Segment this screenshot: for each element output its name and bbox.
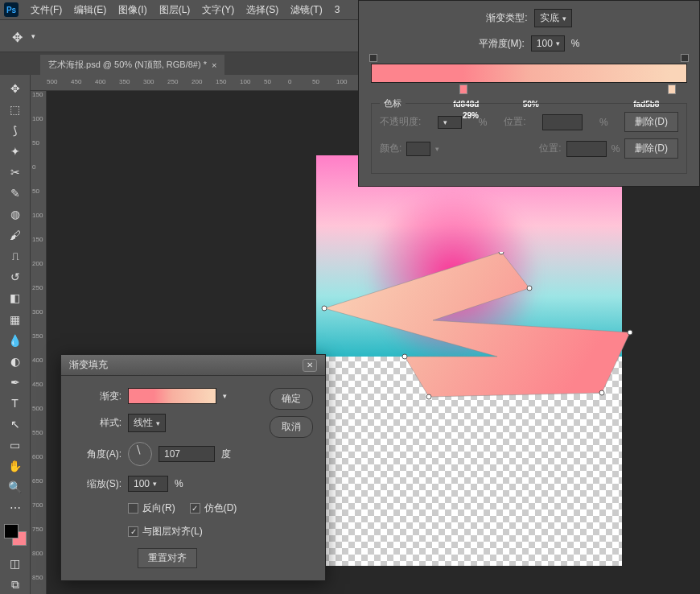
shape-tool-icon[interactable]: ▭: [6, 436, 25, 455]
delete-color-button[interactable]: 删除(D): [624, 138, 678, 159]
color-stop-2[interactable]: [668, 85, 676, 94]
gradient-label: 渐变:: [73, 390, 121, 403]
menu-select[interactable]: 选择(S): [246, 3, 278, 17]
eraser-tool-icon[interactable]: ◧: [6, 289, 25, 307]
gradient-type-label: 渐变类型:: [486, 11, 527, 25]
tab-title: 艺术海报.psd @ 50% (N顶部, RGB/8#) *: [48, 59, 207, 71]
hand-tool-icon[interactable]: ✋: [6, 457, 25, 476]
fg-color-swatch[interactable]: [4, 524, 19, 538]
style-dropdown[interactable]: 线性: [128, 414, 166, 432]
position-label: 位置:: [504, 115, 525, 129]
svg-point-4: [628, 330, 632, 335]
svg-point-1: [322, 306, 327, 311]
cancel-button[interactable]: 取消: [270, 416, 313, 438]
menu-more[interactable]: 3: [335, 4, 340, 15]
dropdown-icon[interactable]: ▾: [223, 392, 227, 400]
section-title: 色标: [380, 97, 406, 109]
angle-label: 角度(A):: [73, 448, 121, 461]
dropdown-icon[interactable]: ▾: [31, 32, 35, 40]
menu-image[interactable]: 图像(I): [118, 3, 146, 17]
gradient-preview[interactable]: [128, 388, 216, 404]
opacity-unit: %: [479, 117, 488, 128]
dialog-titlebar[interactable]: 渐变填充 ✕: [61, 355, 325, 376]
lasso-tool-icon[interactable]: ⟆: [6, 121, 25, 139]
scale-label: 缩放(S):: [73, 477, 121, 491]
gradient-bar[interactable]: fd848d 29% 50% fad5b8 95%: [371, 64, 687, 83]
move-tool-icon[interactable]: ✥: [6, 79, 25, 97]
dither-checkbox[interactable]: 仿色(D): [190, 501, 237, 515]
smoothness-unit: %: [571, 38, 580, 49]
position-label-2: 位置:: [539, 142, 561, 155]
color-swatch[interactable]: [406, 142, 430, 156]
style-label: 样式:: [73, 416, 121, 430]
blur-tool-icon[interactable]: 💧: [6, 331, 25, 349]
crop-tool-icon[interactable]: ✂: [6, 163, 25, 181]
type-tool-icon[interactable]: T: [6, 394, 25, 412]
document-tab[interactable]: 艺术海报.psd @ 50% (N顶部, RGB/8#) * ×: [40, 55, 224, 75]
angle-input[interactable]: [159, 446, 215, 462]
scale-dropdown[interactable]: 100: [128, 476, 168, 492]
smoothness-input[interactable]: 100: [531, 35, 565, 52]
vertical-ruler: 1501005005010015020025030035040045050055…: [31, 91, 47, 594]
move-tool-icon[interactable]: [12, 30, 25, 43]
healing-tool-icon[interactable]: ◍: [6, 205, 25, 224]
wand-tool-icon[interactable]: ✦: [6, 142, 25, 160]
opacity-input[interactable]: [438, 116, 462, 129]
screenmode-icon[interactable]: ⧉: [6, 575, 25, 594]
ok-button[interactable]: 确定: [270, 388, 313, 410]
angle-unit: 度: [221, 448, 231, 461]
angle-dial[interactable]: [128, 442, 152, 466]
position-unit: %: [599, 117, 608, 128]
position-input-2[interactable]: [566, 141, 607, 157]
menu-filter[interactable]: 滤镜(T): [290, 3, 322, 17]
svg-point-5: [599, 390, 604, 395]
more-tools-icon[interactable]: ⋯: [6, 499, 25, 518]
color-stop-1[interactable]: [459, 85, 467, 94]
menu-type[interactable]: 文字(Y): [202, 3, 234, 17]
position-input[interactable]: [542, 114, 583, 130]
align-checkbox[interactable]: 与图层对齐(L): [128, 525, 203, 538]
stamp-tool-icon[interactable]: ⎍: [6, 247, 25, 266]
tab-close-icon[interactable]: ×: [212, 60, 216, 70]
gradient-fill-dialog: 渐变填充 ✕ 渐变: ▾ 样式: 线性 角度(A): 度 缩放(S): 100: [60, 354, 326, 581]
document-canvas[interactable]: [316, 155, 622, 566]
color-label: 颜色:: [380, 142, 401, 155]
toolbox: ✥ ⬚ ⟆ ✦ ✂ ✎ ◍ 🖌 ⎍ ↺ ◧ ▦ 💧 ◐ ✒ T ↖ ▭ ✋ 🔍 …: [0, 75, 31, 594]
svg-point-3: [527, 286, 532, 291]
delete-opacity-button[interactable]: 删除(D): [624, 112, 678, 132]
svg-marker-0: [324, 252, 630, 397]
position-unit-2: %: [611, 143, 620, 155]
svg-point-7: [402, 354, 407, 359]
quickmask-icon[interactable]: ◫: [6, 555, 25, 573]
path-tool-icon[interactable]: ↖: [6, 415, 25, 434]
opacity-stop-right[interactable]: [681, 54, 689, 62]
scale-unit: %: [175, 478, 183, 489]
menu-edit[interactable]: 编辑(E): [74, 3, 106, 17]
reverse-checkbox[interactable]: 反向(R): [128, 501, 175, 515]
pen-tool-icon[interactable]: ✒: [6, 373, 25, 391]
brush-tool-icon[interactable]: 🖌: [6, 226, 25, 245]
close-icon[interactable]: ✕: [303, 359, 317, 372]
history-brush-icon[interactable]: ↺: [6, 268, 25, 287]
gradient-type-dropdown[interactable]: 实底: [534, 9, 572, 27]
dropdown-icon[interactable]: ▾: [435, 145, 439, 153]
svg-point-6: [426, 394, 431, 399]
menu-file[interactable]: 文件(F): [31, 3, 62, 17]
smoothness-label: 平滑度(M):: [479, 37, 525, 51]
ps-logo: Ps: [4, 2, 19, 17]
zoom-tool-icon[interactable]: 🔍: [6, 478, 25, 497]
opacity-label: 不透明度:: [380, 115, 421, 129]
dodge-tool-icon[interactable]: ◐: [6, 352, 25, 370]
eyedropper-tool-icon[interactable]: ✎: [6, 184, 25, 202]
reset-align-button[interactable]: 重置对齐: [138, 548, 197, 568]
svg-point-2: [499, 252, 504, 254]
color-swatches[interactable]: [4, 524, 27, 546]
gradient-tool-icon[interactable]: ▦: [6, 310, 25, 328]
menu-layer[interactable]: 图层(L): [159, 3, 191, 17]
opacity-stop-left[interactable]: [369, 54, 377, 62]
artwork-z-shape[interactable]: [316, 252, 638, 413]
color-stops-section: 色标 不透明度: % 位置: % 删除(D) 颜色: ▾ 位置: % 删除(D): [371, 103, 687, 174]
marquee-tool-icon[interactable]: ⬚: [6, 100, 25, 118]
gradient-editor-panel: 渐变类型: 实底 平滑度(M): 100 % fd848d 29% 50% fa…: [358, 0, 700, 187]
dialog-title-text: 渐变填充: [69, 358, 108, 372]
